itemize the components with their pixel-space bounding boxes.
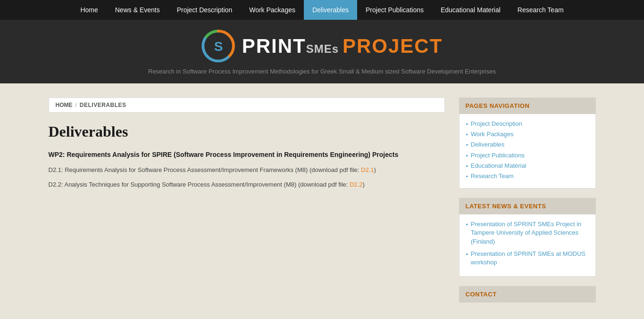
nav-list-item-work-pkg: Work Packages xyxy=(466,130,589,139)
nav-list-link-edu-material[interactable]: Educational Material xyxy=(471,162,527,170)
news-list: Presentation of SPRINT SMEs Project in T… xyxy=(466,220,589,267)
d21-text: D2.1: Requirements Analysis for Software… xyxy=(49,166,360,173)
nav-list-item-deliverables: Deliverables xyxy=(466,140,589,149)
contact-widget: CONTACT xyxy=(459,286,596,303)
breadcrumb-current: DELIVERABLES xyxy=(80,102,126,108)
d22-link[interactable]: D2.2 xyxy=(350,181,362,188)
nav-item-deliverables[interactable]: Deliverables xyxy=(304,0,357,20)
nav-link-edu-material[interactable]: Educational Material xyxy=(432,0,509,20)
pages-nav-list: Project Description Work Packages Delive… xyxy=(466,120,589,180)
main-nav: Home News & Events Project Description W… xyxy=(0,0,644,20)
svg-text:S: S xyxy=(214,39,223,54)
nav-item-publications[interactable]: Project Publications xyxy=(357,0,432,20)
content-area: HOME / DELIVERABLES Deliverables WP2: Re… xyxy=(49,98,445,312)
nav-item-research-team[interactable]: Research Team xyxy=(509,0,572,20)
nav-list-item-publications: Project Publications xyxy=(466,151,589,160)
nav-list-item-edu-material: Educational Material xyxy=(466,162,589,170)
nav-link-work-packages[interactable]: Work Packages xyxy=(241,0,304,20)
site-header: S PRINT SMEs PROJECT Research in Softwar… xyxy=(0,20,644,83)
nav-list-link-work-pkg[interactable]: Work Packages xyxy=(471,130,514,139)
d22-end: ) xyxy=(363,181,365,188)
page-title: Deliverables xyxy=(49,123,445,140)
nav-item-edu-material[interactable]: Educational Material xyxy=(432,0,509,20)
nav-link-research-team[interactable]: Research Team xyxy=(509,0,572,20)
nav-item-news[interactable]: News & Events xyxy=(107,0,168,20)
nav-item-project-desc[interactable]: Project Description xyxy=(168,0,241,20)
nav-list-link-deliverables[interactable]: Deliverables xyxy=(471,140,505,149)
deliverable-item-d22: D2.2: Analysis Techniques for Supporting… xyxy=(49,180,445,190)
nav-item-home[interactable]: Home xyxy=(72,0,106,20)
pages-nav-widget: PAGES NAVIGATION Project Description Wor… xyxy=(459,98,596,188)
logo-icon: S xyxy=(201,29,235,63)
d22-text: D2.2: Analysis Techniques for Supporting… xyxy=(49,181,348,188)
pages-nav-title: PAGES NAVIGATION xyxy=(459,98,596,114)
site-tagline: Research in Software Process Improvement… xyxy=(0,68,644,75)
nav-link-home[interactable]: Home xyxy=(72,0,106,20)
latest-news-body: Presentation of SPRINT SMEs Project in T… xyxy=(459,214,596,277)
logo-area: S PRINT SMEs PROJECT xyxy=(0,29,644,63)
logo-project: PROJECT xyxy=(343,35,443,57)
logo-text: PRINT SMEs PROJECT xyxy=(242,35,443,57)
contact-title: CONTACT xyxy=(459,286,596,303)
nav-link-deliverables[interactable]: Deliverables xyxy=(304,0,357,20)
d21-link[interactable]: D2.1 xyxy=(361,166,374,173)
news-link-2[interactable]: Presentation of SPRINT SMEs at MODUS wor… xyxy=(471,250,589,267)
latest-news-title: LATEST NEWS & EVENTS xyxy=(459,198,596,214)
nav-item-work-packages[interactable]: Work Packages xyxy=(241,0,304,20)
wp-section: WP2: Requirements Analysis for SPIRE (So… xyxy=(49,150,445,190)
deliverable-item-d21: D2.1: Requirements Analysis for Software… xyxy=(49,165,445,175)
main-container: HOME / DELIVERABLES Deliverables WP2: Re… xyxy=(39,83,605,319)
nav-list-link-publications[interactable]: Project Publications xyxy=(471,151,525,160)
nav-link-project-desc[interactable]: Project Description xyxy=(168,0,241,20)
news-link-1[interactable]: Presentation of SPRINT SMEs Project in T… xyxy=(471,220,589,246)
breadcrumb-separator: / xyxy=(75,102,77,108)
nav-link-publications[interactable]: Project Publications xyxy=(357,0,432,20)
breadcrumb: HOME / DELIVERABLES xyxy=(49,98,445,113)
pages-nav-body: Project Description Work Packages Delive… xyxy=(459,114,596,188)
nav-list-item-research-team: Research Team xyxy=(466,172,589,180)
nav-link-news[interactable]: News & Events xyxy=(107,0,168,20)
news-item-2: Presentation of SPRINT SMEs at MODUS wor… xyxy=(466,250,589,267)
wp-title: WP2: Requirements Analysis for SPIRE (So… xyxy=(49,150,445,160)
logo-print: PRINT xyxy=(242,35,306,57)
sidebar: PAGES NAVIGATION Project Description Wor… xyxy=(459,98,596,312)
nav-list-item-proj-desc: Project Description xyxy=(466,120,589,128)
news-item-1: Presentation of SPRINT SMEs Project in T… xyxy=(466,220,589,246)
d21-end: ) xyxy=(374,166,376,173)
nav-list-link-research-team[interactable]: Research Team xyxy=(471,172,514,180)
nav-list-link-proj-desc[interactable]: Project Description xyxy=(471,120,522,128)
latest-news-widget: LATEST NEWS & EVENTS Presentation of SPR… xyxy=(459,198,596,277)
breadcrumb-home-link[interactable]: HOME xyxy=(56,102,73,108)
logo-smes: SMEs xyxy=(306,42,339,56)
